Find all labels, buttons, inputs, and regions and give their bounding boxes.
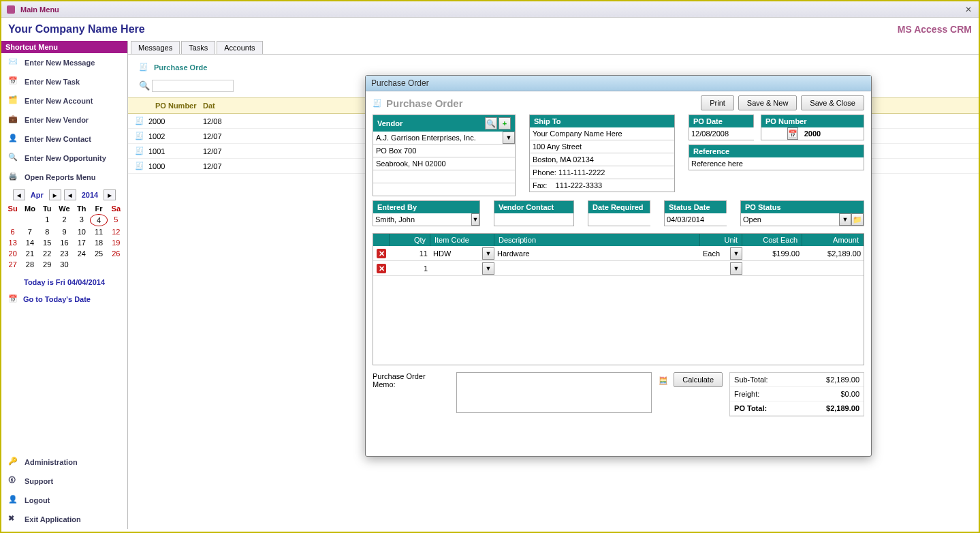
shipto-l1[interactable] <box>530 127 674 140</box>
cal-day[interactable]: 6 <box>4 226 21 237</box>
vendor-line5[interactable] <box>373 183 515 196</box>
sidebar-item-support[interactable]: 🛈Support <box>1 472 127 491</box>
code-cell[interactable]: HDW <box>430 249 482 258</box>
cal-day[interactable]: 3 <box>73 214 90 226</box>
cal-day[interactable]: 27 <box>4 259 21 270</box>
delete-row-icon[interactable]: ✕ <box>377 264 386 273</box>
cal-day[interactable]: 9 <box>56 226 73 237</box>
print-button[interactable]: Print <box>701 95 734 110</box>
calculate-button[interactable]: Calculate <box>674 372 723 387</box>
shipto-l3[interactable] <box>530 153 674 166</box>
entered-by-input[interactable] <box>373 213 471 226</box>
sidebar-item-new-message[interactable]: ✉️Enter New Message <box>1 53 127 72</box>
cal-day[interactable]: 8 <box>39 226 56 237</box>
vendor-line3[interactable] <box>373 157 515 170</box>
vendor-line2[interactable] <box>373 144 515 157</box>
po-status-dropdown[interactable]: ▼ <box>839 213 851 226</box>
search-icon[interactable]: 🔍 <box>139 80 150 91</box>
save-close-button[interactable]: Save & Close <box>801 95 864 110</box>
entered-by-dropdown[interactable]: ▼ <box>471 213 479 226</box>
shipto-l5[interactable] <box>530 179 674 192</box>
tab-tasks[interactable]: Tasks <box>181 41 215 54</box>
sidebar-item-open-reports[interactable]: 🖨️Open Reports Menu <box>1 168 127 187</box>
code-dropdown[interactable]: ▼ <box>482 247 494 260</box>
goto-today[interactable]: 📅Go to Today's Date <box>1 292 127 306</box>
cal-day[interactable]: 10 <box>73 226 90 237</box>
cal-day[interactable]: 17 <box>73 237 90 248</box>
shipto-l2[interactable] <box>530 140 674 153</box>
cal-day[interactable]: 12 <box>108 226 125 237</box>
calculator-icon: 🧮 <box>659 376 669 387</box>
cal-day[interactable]: 16 <box>56 237 73 248</box>
cal-day[interactable]: 26 <box>108 248 125 259</box>
cal-day[interactable]: 2 <box>56 214 73 226</box>
vendor-contact-input[interactable] <box>494 213 573 226</box>
line-item-row: ✕11HDW▼HardwareEach▼$199.00$2,189.00 <box>373 246 864 261</box>
sidebar-item-logout[interactable]: 👤Logout <box>1 491 127 510</box>
cal-day[interactable]: 22 <box>39 248 56 259</box>
vendor-dropdown[interactable]: ▼ <box>503 132 515 144</box>
exit-icon: ✖ <box>8 514 19 525</box>
cal-day[interactable]: 23 <box>56 248 73 259</box>
status-date-label: Status Date <box>665 201 726 213</box>
cal-day[interactable]: 1 <box>39 214 56 226</box>
search-input[interactable] <box>152 80 234 92</box>
sidebar-item-admin[interactable]: 🔑Administration <box>1 453 127 472</box>
cal-prev-year[interactable]: ◄ <box>64 189 76 200</box>
contact-icon: 👤 <box>8 134 19 144</box>
sidebar-item-new-account[interactable]: 🗂️Enter New Account <box>1 91 127 110</box>
cal-day[interactable]: 29 <box>39 259 56 270</box>
cal-day[interactable]: 20 <box>4 248 21 259</box>
tab-accounts[interactable]: Accounts <box>217 41 262 54</box>
desc-cell[interactable]: Hardware <box>494 249 700 258</box>
po-icon: 🧾 <box>139 63 148 72</box>
cal-prev-month[interactable]: ◄ <box>13 189 25 200</box>
message-icon: ✉️ <box>8 57 19 68</box>
unit-cell[interactable]: Each <box>700 249 730 258</box>
vendor-search-icon[interactable]: 🔍 <box>485 117 497 130</box>
close-icon[interactable]: ✕ <box>962 5 975 14</box>
cal-day[interactable]: 30 <box>56 259 73 270</box>
tab-messages[interactable]: Messages <box>131 41 180 54</box>
qty-cell[interactable]: 1 <box>390 264 430 273</box>
cal-day[interactable]: 25 <box>90 248 107 259</box>
cal-day[interactable]: 28 <box>21 259 38 270</box>
cal-day[interactable]: 15 <box>39 237 56 248</box>
cal-day[interactable]: 18 <box>90 237 107 248</box>
sidebar-item-new-vendor[interactable]: 💼Enter New Vendor <box>1 110 127 130</box>
cal-day[interactable]: 13 <box>4 237 21 248</box>
cal-day[interactable]: 24 <box>73 248 90 259</box>
cost-cell[interactable]: $199.00 <box>742 249 802 258</box>
sidebar-item-new-contact[interactable]: 👤Enter New Contact <box>1 130 127 149</box>
cal-day[interactable]: 7 <box>21 226 38 237</box>
qty-cell[interactable]: 11 <box>390 249 430 258</box>
memo-textarea[interactable] <box>456 372 652 413</box>
po-status-input[interactable] <box>741 213 839 226</box>
shipto-l4[interactable] <box>530 166 674 179</box>
reference-input[interactable] <box>689 157 864 170</box>
cal-day-header: We <box>56 203 73 214</box>
cal-day[interactable]: 19 <box>108 237 125 248</box>
cal-day-header: Th <box>73 203 90 214</box>
delete-row-icon[interactable]: ✕ <box>377 249 386 258</box>
tab-bar: Messages Tasks Accounts <box>128 41 979 55</box>
cal-day[interactable]: 14 <box>21 237 38 248</box>
vendor-line4[interactable] <box>373 170 515 183</box>
sidebar-item-new-task[interactable]: 📅Enter New Task <box>1 72 127 91</box>
cal-day[interactable]: 11 <box>90 226 107 237</box>
vendor-add-icon[interactable]: + <box>499 117 511 130</box>
unit-dropdown[interactable]: ▼ <box>730 247 742 260</box>
code-dropdown[interactable]: ▼ <box>482 262 494 275</box>
unit-dropdown[interactable]: ▼ <box>730 262 742 275</box>
totals-panel: Sub-Total:$2,189.00 Freight:$0.00 PO Tot… <box>729 372 864 416</box>
sidebar-item-new-opportunity[interactable]: 🔍Enter New Opportunity <box>1 149 127 168</box>
cal-day[interactable]: 4 <box>90 214 107 226</box>
save-new-button[interactable]: Save & New <box>738 95 797 110</box>
cal-next-year[interactable]: ► <box>104 189 116 200</box>
vendor-name-input[interactable] <box>373 132 503 144</box>
sidebar-item-exit[interactable]: ✖Exit Application <box>1 510 127 529</box>
cal-next-month[interactable]: ► <box>49 189 61 200</box>
cal-day[interactable]: 5 <box>108 214 125 226</box>
cal-day[interactable]: 21 <box>21 248 38 259</box>
po-status-folder-icon[interactable]: 📁 <box>851 213 864 226</box>
